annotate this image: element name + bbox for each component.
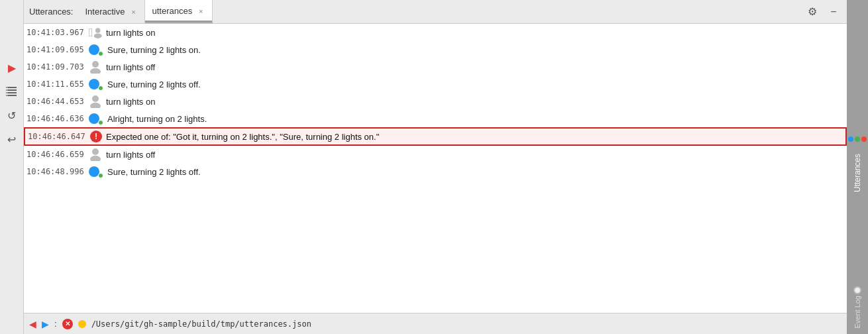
timestamp: 10:41:11.655 [27, 80, 85, 89]
svg-rect-0 [7, 87, 17, 88]
message-row: 10:46:46.659 turn lights off [24, 146, 847, 163]
right-sidebar-label[interactable]: Utterances [850, 148, 865, 197]
left-sidebar: ▶ ↺ ↩ [0, 0, 24, 334]
message-text: turn lights on [106, 97, 841, 107]
timestamp: 10:46:46.647 [28, 132, 86, 141]
svg-rect-1 [7, 89, 17, 91]
sidebar-list-icon[interactable] [4, 84, 20, 99]
message-row: 10:41:03.967  turn lights on [24, 24, 847, 41]
sidebar-play-icon[interactable]: ▶ [4, 60, 20, 76]
svg-rect-2 [7, 92, 17, 93]
svg-rect-6 [6, 92, 7, 93]
message-text: turn lights on [106, 28, 841, 38]
messages-list: 10:41:03.967  turn lights on 10:41:09.6… [24, 24, 847, 313]
svg-point-13 [90, 103, 101, 108]
message-text: Sure, turning 2 lights off. [107, 80, 841, 89]
timestamp: 10:46:46.636 [27, 114, 85, 123]
bottom-warning-dot [78, 320, 86, 328]
timestamp: 10:41:09.695 [27, 45, 85, 54]
tab-utterances-label: utterances [152, 6, 192, 16]
message-row: 10:46:44.653 turn lights on [24, 93, 847, 110]
message-text: Sure, turning 2 lights on. [107, 45, 841, 55]
avatar-agent [89, 43, 103, 56]
avatar-user [89, 95, 102, 108]
bottom-error-icon: ✕ [62, 319, 73, 329]
timestamp: 10:46:44.653 [27, 97, 85, 106]
avatar-user [89, 60, 102, 74]
svg-rect-4 [6, 87, 7, 88]
timestamp: 10:41:09.703 [27, 62, 85, 72]
main-content: Utterances: Interactive × utterances × ⚙… [24, 0, 847, 334]
svg-point-8 [95, 28, 100, 32]
avatar-agent [89, 165, 103, 178]
tab-interactive[interactable]: Interactive × [78, 0, 145, 23]
sidebar-dot-red [861, 137, 867, 142]
tab-bar: Utterances: Interactive × utterances × ⚙… [24, 0, 847, 24]
colon: : [54, 319, 57, 329]
message-row: 10:41:09.695 Sure, turning 2 lights on. [24, 41, 847, 58]
settings-icon[interactable]: ⚙ [804, 4, 820, 20]
message-text: turn lights off [106, 150, 841, 160]
tab-utterances-close[interactable]: × [196, 7, 205, 16]
sidebar-dot-blue [848, 137, 853, 142]
right-sidebar-tab[interactable]: Utterances [848, 137, 867, 197]
message-row: 10:46:48.996 Sure, turning 2 lights off. [24, 163, 847, 180]
message-text: Alright, turning on 2 lights. [107, 114, 841, 124]
utterances-label: Utterances: [29, 7, 73, 17]
right-arrow-icon[interactable]: ▶ [42, 319, 49, 329]
timestamp: 10:46:46.659 [27, 150, 85, 159]
avatar-agent [89, 112, 103, 125]
tab-interactive-label: Interactive [85, 7, 125, 17]
bottom-bar: ◀ ▶ : ✕ /Users/git/gh-sample/build/tmp/u… [24, 313, 847, 334]
svg-point-14 [92, 148, 99, 155]
tab-interactive-close[interactable]: × [129, 7, 138, 17]
message-row: 10:41:11.655 Sure, turning 2 lights off. [24, 76, 847, 93]
minimize-icon[interactable]: − [826, 4, 841, 20]
right-sidebar: Utterances Event Log [847, 0, 868, 334]
svg-point-12 [92, 95, 99, 102]
svg-rect-3 [7, 95, 17, 96]
timestamp: 10:46:48.996 [27, 167, 85, 176]
svg-rect-5 [6, 89, 7, 91]
file-path: /Users/git/gh-sample/build/tmp/utterance… [91, 319, 311, 329]
sidebar-undo-icon[interactable]: ↩ [4, 131, 20, 147]
event-log-area: Event Log [853, 286, 861, 329]
timestamp: 10:41:03.967 [27, 28, 85, 37]
message-row-error: 10:46:46.647 ! Expected one of: "Got it,… [24, 127, 847, 146]
error-icon: ! [90, 131, 102, 142]
message-row: 10:46:46.636 Alright, turning on 2 light… [24, 110, 847, 127]
left-arrow-icon[interactable]: ◀ [29, 319, 36, 329]
svg-point-15 [90, 156, 101, 161]
avatar-user:  [89, 26, 102, 39]
event-log-radio [853, 286, 861, 294]
toolbar-icons: ⚙ − [804, 4, 841, 20]
svg-rect-7 [6, 95, 7, 96]
message-text: Sure, turning 2 lights off. [107, 167, 841, 177]
avatar-user [89, 148, 102, 161]
tab-utterances[interactable]: utterances × [145, 0, 213, 23]
svg-point-10 [92, 61, 99, 68]
message-row: 10:41:09.703 turn lights off [24, 58, 847, 76]
avatar-agent [89, 78, 103, 91]
sidebar-refresh-icon[interactable]: ↺ [4, 107, 20, 123]
sidebar-dot-green [855, 137, 860, 142]
svg-point-9 [93, 33, 101, 38]
message-text: turn lights off [106, 62, 841, 72]
message-text-error: Expected one of: "Got it, turning on 2 l… [106, 132, 840, 142]
svg-point-11 [90, 68, 101, 74]
event-log-label: Event Log [853, 296, 861, 329]
